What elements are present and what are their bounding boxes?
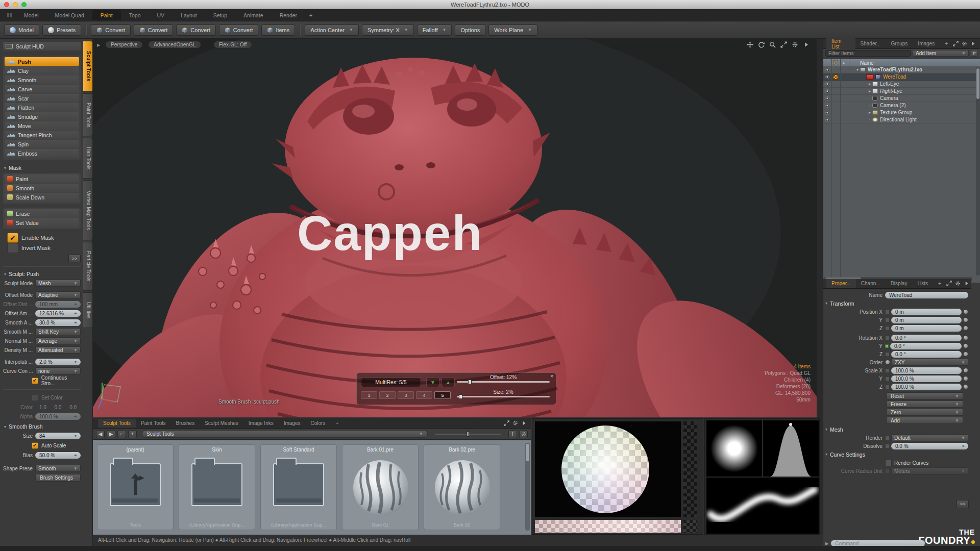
transform-header[interactable]: ▾Transform <box>825 299 968 308</box>
viewport-menu-arrow-icon[interactable]: ▶ <box>97 43 100 47</box>
tool-smooth[interactable]: Smooth <box>5 76 79 84</box>
shape-preset-dropdown[interactable]: Smooth▼ <box>35 465 81 472</box>
ptab-colors[interactable]: Colors <box>306 419 331 428</box>
gear-icon[interactable] <box>962 41 967 46</box>
tab-setup[interactable]: Setup <box>205 10 235 20</box>
freeze-button[interactable]: Freeze▼ <box>887 400 963 408</box>
mini-slider-icon[interactable]: ◂▸ <box>74 311 77 315</box>
preset-path-dropdown[interactable]: Sculpt Tools▼ <box>142 430 428 438</box>
interpolation-field[interactable]: 2.0 %◂▸ <box>35 359 81 365</box>
tool-clay[interactable]: Clay <box>5 66 79 75</box>
mesh-header[interactable]: ▾Mesh <box>825 425 968 434</box>
work-plane-dropdown[interactable]: Work Plane▼ <box>488 24 537 36</box>
visibility-eye-icon[interactable] <box>825 104 829 108</box>
sculpt-hud-button[interactable]: Sculpt HUD <box>3 42 81 51</box>
reset-button[interactable]: Reset▼ <box>887 392 963 399</box>
gear-icon[interactable] <box>792 41 798 48</box>
invert-mask-checkbox[interactable]: ✔ <box>7 243 18 253</box>
rotation-z-field[interactable]: 0.0 ° <box>891 351 962 358</box>
scale-x-field[interactable]: 100.0 % <box>891 367 962 374</box>
forward-button[interactable]: ▶ <box>107 430 115 438</box>
brush-tip-preview[interactable] <box>706 420 762 477</box>
expand-triangle-icon[interactable]: ▼ <box>855 68 860 71</box>
gear-icon[interactable] <box>955 281 961 286</box>
convert-button-4[interactable]: Convert <box>219 24 259 36</box>
preset-item-bark-01[interactable]: Bark 01.pre Bark 01 <box>342 444 419 530</box>
mini-slider-icon[interactable]: ◂▸ <box>74 453 77 457</box>
sidebar-expand-button[interactable]: >> <box>68 255 81 262</box>
curve-constraint-dropdown[interactable]: none▼ <box>35 367 81 374</box>
thumbnail-size-slider[interactable] <box>435 434 501 435</box>
tool-flatten[interactable]: Flatten <box>5 103 79 112</box>
expand-triangle-icon[interactable]: ► <box>867 111 872 114</box>
visibility-eye-icon[interactable] <box>825 118 829 122</box>
tab-item-list[interactable]: Item List <box>826 37 855 51</box>
normal-mode-dropdown[interactable]: Average▼ <box>35 337 81 344</box>
tree-row-weretoad[interactable]: WereToad <box>823 73 980 81</box>
level-2-button[interactable]: 2 <box>379 391 396 399</box>
add-preset-tab-button[interactable]: + <box>330 419 344 428</box>
rotation-y-field[interactable]: 0.0 ° <box>890 343 962 349</box>
mini-slider-icon[interactable] <box>963 384 968 389</box>
preset-item-parent[interactable]: (parent) Tools <box>97 444 174 530</box>
size-slider-knob[interactable] <box>459 394 462 399</box>
tree-vertical-scrollbar[interactable] <box>976 67 980 276</box>
add-item-dropdown[interactable]: Add Item▼ <box>913 50 969 57</box>
preset-item-soft-standard[interactable]: Soft Standard /Library/Application Sup..… <box>260 444 337 530</box>
render-toggle-icon[interactable] <box>833 74 838 80</box>
tree-row-right-eye[interactable]: ► Right-Eye <box>823 88 980 95</box>
tree-row-camera-1[interactable]: · Camera <box>823 95 980 102</box>
action-center-dropdown[interactable]: Action Center▼ <box>305 24 359 36</box>
ptab-brushes[interactable]: Brushes <box>171 419 200 428</box>
more-arrow-icon[interactable] <box>803 41 810 48</box>
tab-topo[interactable]: Topo <box>121 10 149 20</box>
mini-slider-icon[interactable] <box>963 325 968 331</box>
channel-toggle[interactable] <box>885 444 890 448</box>
detach-icon[interactable] <box>953 41 959 46</box>
smooth-amount-field[interactable]: 30.0 %◂▸ <box>35 319 81 326</box>
filter-items-input[interactable]: Filter Items <box>825 50 911 57</box>
mini-slider-icon[interactable]: ◂▸ <box>74 434 77 438</box>
vtab-hair-tools[interactable]: Hair Tools <box>83 138 93 179</box>
thumbnail-size-knob[interactable] <box>467 432 469 437</box>
expand-triangle-icon[interactable]: ► <box>867 89 872 93</box>
visibility-eye-icon[interactable] <box>825 82 829 86</box>
tab-display[interactable]: Display <box>886 279 913 288</box>
visibility-eye-icon[interactable] <box>825 111 829 115</box>
tab-model-quad[interactable]: Model Quad <box>47 10 92 20</box>
ptab-images[interactable]: Images <box>279 419 306 428</box>
visibility-eye-icon[interactable] <box>825 75 829 79</box>
preset-item-bark-02[interactable]: Bark 02.pre Bark 02 <box>424 444 500 530</box>
rotation-x-field[interactable]: 0.0 ° <box>891 335 962 341</box>
pan-icon[interactable] <box>747 41 753 48</box>
name-column-header[interactable]: Name <box>860 60 874 66</box>
tab-layout[interactable]: Layout <box>173 10 205 20</box>
offset-mode-dropdown[interactable]: Adaptive▼ <box>35 291 81 298</box>
set-color-checkbox[interactable] <box>32 394 38 401</box>
mask-tool-paint[interactable]: Paint <box>5 174 79 183</box>
brush-settings-button[interactable]: Brush Settings <box>35 474 81 482</box>
scale-y-field[interactable]: 100.0 % <box>891 375 962 382</box>
detach-icon[interactable] <box>946 281 952 286</box>
offset-slider-track[interactable] <box>457 381 550 383</box>
channel-toggle[interactable] <box>885 310 890 314</box>
render-curves-checkbox[interactable] <box>885 460 892 466</box>
vtab-utilities[interactable]: Utilities <box>83 292 93 328</box>
enable-mask-checkbox[interactable]: ✔ <box>7 233 18 243</box>
presets-button[interactable]: Presets <box>42 24 81 36</box>
mini-slider-icon[interactable]: ◂▸ <box>74 360 77 364</box>
auto-scale-checkbox[interactable]: ✔ <box>32 442 38 449</box>
scale-z-field[interactable]: 100.0 % <box>891 384 962 390</box>
tab-images[interactable]: Images <box>913 39 940 48</box>
up-level-button[interactable]: ⌐ <box>117 430 126 438</box>
level-1-button[interactable]: 1 <box>361 391 377 399</box>
ptab-sculpt-tools[interactable]: Sculpt Tools <box>98 419 136 428</box>
continuous-stroke-checkbox[interactable]: ✔ <box>32 378 38 384</box>
mask-section-header[interactable]: ▾Mask <box>4 164 81 172</box>
tab-paint[interactable]: Paint <box>92 10 121 20</box>
falloff-dropdown[interactable]: Falloff▼ <box>417 24 452 36</box>
layout-grid-icon[interactable] <box>7 13 12 17</box>
level-4-button[interactable]: 4 <box>416 391 432 399</box>
tree-row-texture-group[interactable]: ► Texture Group <box>823 109 980 116</box>
channel-toggle[interactable] <box>885 318 890 322</box>
